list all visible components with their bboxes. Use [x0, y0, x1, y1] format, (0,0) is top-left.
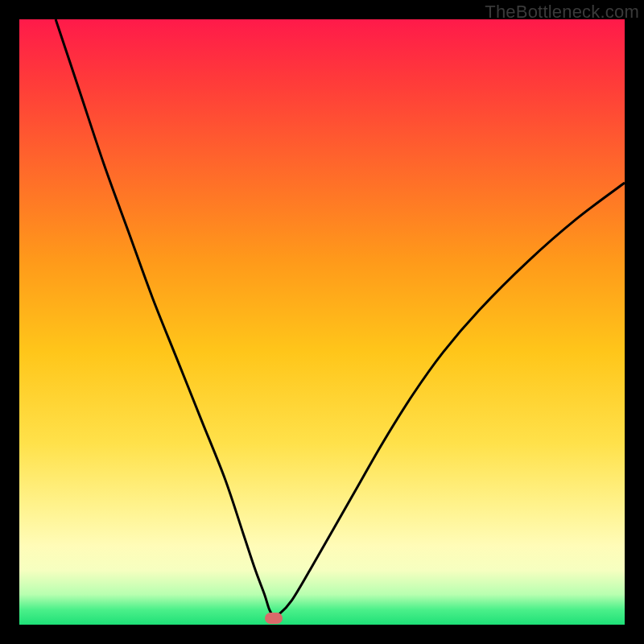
chart-frame	[19, 19, 625, 625]
curve-path	[56, 19, 625, 616]
bottleneck-curve	[19, 19, 625, 625]
minimum-marker	[265, 613, 283, 624]
